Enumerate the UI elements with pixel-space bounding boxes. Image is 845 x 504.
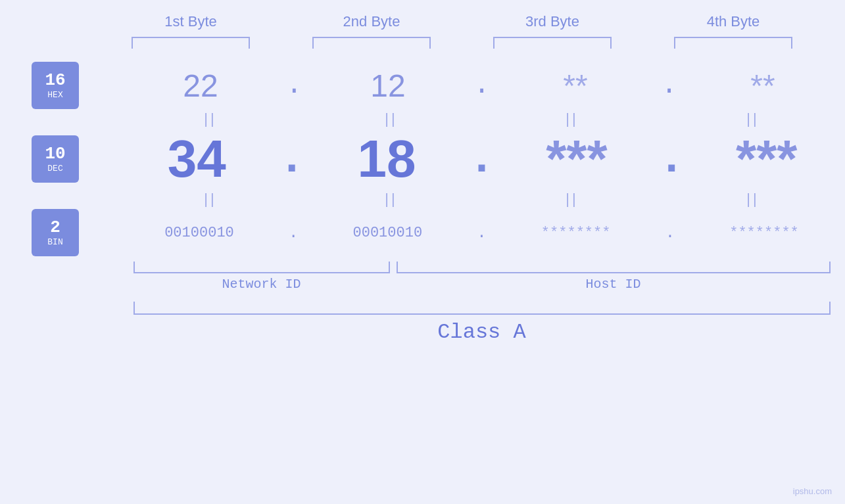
class-bracket — [133, 302, 831, 315]
hex-b3: ** — [503, 68, 648, 104]
eq1-b2: || — [319, 110, 464, 127]
bracket-top-4 — [674, 37, 792, 49]
eq2-b4: || — [681, 191, 825, 208]
dec-b2: 18 — [314, 129, 459, 189]
equals-row-1: || || || || — [120, 109, 844, 129]
bin-row: 2 BIN 00100010 . 00010010 . ******** . *… — [0, 209, 845, 256]
dec-sep3: . — [658, 133, 685, 185]
bottom-brackets — [133, 262, 831, 273]
equals-row-2: || || || || — [120, 189, 844, 209]
bottom-section: Network ID Host ID — [133, 262, 831, 292]
dec-b1: 34 — [124, 129, 269, 189]
bracket-network — [133, 262, 390, 273]
byte3-header: 3rd Byte — [480, 13, 625, 30]
bin-sep2: . — [477, 224, 486, 242]
bracket-top-2 — [312, 37, 431, 49]
hex-b4: ** — [690, 68, 835, 104]
bracket-top-1 — [132, 37, 250, 49]
byte4-header: 4th Byte — [661, 13, 806, 30]
dec-b4: *** — [694, 129, 839, 189]
dec-sep2: . — [468, 133, 495, 185]
dec-sep1: . — [278, 133, 306, 185]
hex-b1: 22 — [128, 68, 273, 104]
bin-sep3: . — [665, 224, 675, 242]
byte1-header: 1st Byte — [118, 13, 263, 30]
dec-b3: *** — [504, 129, 649, 189]
dec-badge-number: 10 — [45, 145, 65, 164]
byte2-header: 2nd Byte — [299, 13, 444, 30]
hex-badge-number: 16 — [45, 71, 65, 90]
hex-sep3: . — [661, 70, 677, 101]
main-container: 1st Byte 2nd Byte 3rd Byte 4th Byte 16 H… — [0, 0, 845, 504]
host-id-label: Host ID — [397, 277, 831, 292]
watermark: ipshu.com — [793, 486, 832, 496]
dec-badge-label: DEC — [47, 164, 62, 173]
dec-badge: 10 DEC — [32, 135, 79, 183]
eq2-b3: || — [500, 191, 644, 208]
network-id-label: Network ID — [133, 277, 390, 292]
dec-values: 34 . 18 . *** . *** — [118, 129, 845, 189]
bracket-host — [397, 262, 831, 273]
bin-b3: ******** — [504, 225, 648, 241]
eq1-b3: || — [500, 110, 644, 127]
bin-badge: 2 BIN — [32, 209, 79, 256]
top-brackets — [101, 37, 824, 49]
byte-headers: 1st Byte 2nd Byte 3rd Byte 4th Byte — [101, 13, 824, 30]
eq1-b4: || — [681, 110, 825, 127]
dec-row: 10 DEC 34 . 18 . *** . *** — [0, 129, 845, 189]
bin-b1: 00100010 — [127, 225, 272, 241]
bin-sep1: . — [289, 224, 298, 242]
bin-badge-label: BIN — [47, 237, 62, 247]
hex-row: 16 HEX 22 . 12 . ** . ** — [0, 62, 845, 109]
class-section: Class A — [133, 302, 831, 344]
hex-b2: 12 — [316, 68, 460, 104]
bin-b2: 00010010 — [315, 225, 460, 241]
bin-b4: ******** — [692, 225, 836, 241]
hex-sep1: . — [286, 70, 302, 101]
eq2-b1: || — [138, 191, 283, 208]
hex-sep2: . — [473, 70, 490, 101]
id-labels: Network ID Host ID — [133, 277, 831, 292]
eq1-b1: || — [138, 110, 283, 127]
class-label: Class A — [133, 320, 831, 344]
eq2-b2: || — [319, 191, 464, 208]
hex-badge: 16 HEX — [32, 62, 79, 109]
bin-values: 00100010 . 00010010 . ******** . *******… — [118, 224, 845, 242]
bin-badge-number: 2 — [50, 218, 60, 237]
hex-values: 22 . 12 . ** . ** — [118, 68, 845, 104]
hex-badge-label: HEX — [47, 90, 62, 100]
bracket-top-3 — [493, 37, 612, 49]
